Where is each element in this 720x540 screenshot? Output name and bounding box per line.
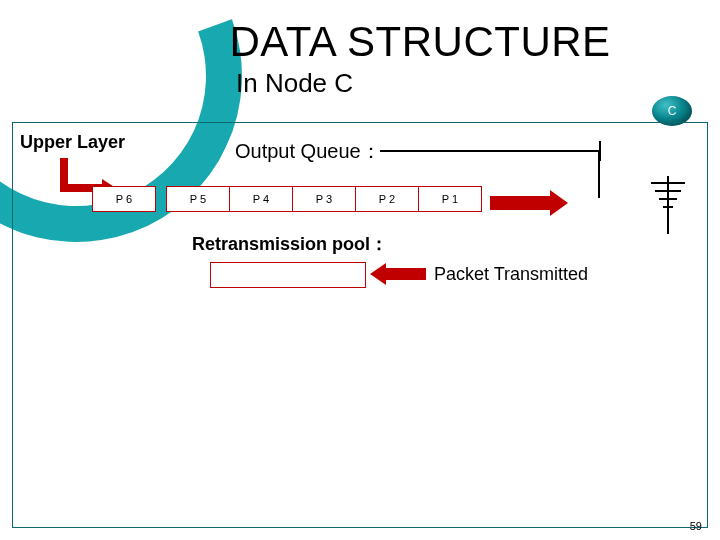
retransmission-pool-label: Retransmission pool： [192, 232, 388, 256]
packet-p4: P 4 [229, 186, 293, 212]
output-queue-connector-drop [598, 150, 600, 198]
output-queue-label: Output Queue： [235, 138, 381, 165]
packet-p6: P 6 [92, 186, 156, 212]
packet-p3: P 3 [292, 186, 356, 212]
page-subtitle: In Node C [236, 68, 353, 99]
page-title: DATA STRUCTURE [0, 18, 720, 66]
page-number: 59 [690, 520, 702, 532]
packet-p1: P 1 [418, 186, 482, 212]
upper-layer-label: Upper Layer [20, 132, 125, 153]
packet-p5: P 5 [166, 186, 230, 212]
content-frame [12, 122, 708, 528]
output-queue-connector [380, 150, 600, 152]
packet-transmitted-label: Packet Transmitted [434, 264, 588, 285]
packet-p2: P 2 [355, 186, 419, 212]
retransmission-pool-box [210, 262, 366, 288]
output-queue: P 6 P 5 P 4 P 3 P 2 P 1 [92, 186, 482, 212]
